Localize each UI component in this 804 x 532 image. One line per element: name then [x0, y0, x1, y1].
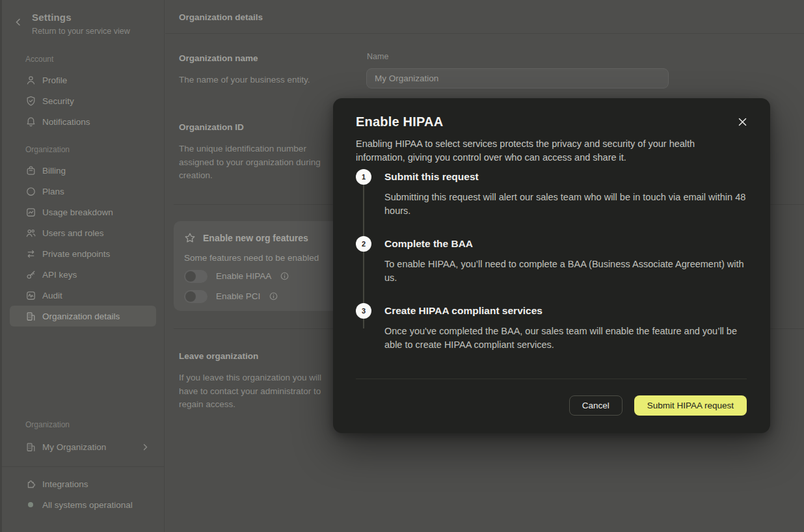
- sidebar-item-label: Private endpoints: [42, 249, 110, 259]
- sidebar-divider: [2, 466, 164, 467]
- circle-icon: [25, 186, 36, 197]
- org-name-label: Organization name: [179, 53, 348, 63]
- sidebar-item-usage-breakdown[interactable]: Usage breakdown: [10, 202, 156, 222]
- sidebar-item-security[interactable]: Security: [10, 90, 156, 111]
- sidebar-item-label: Organization details: [42, 312, 120, 321]
- sidebar-item-label: Audit: [42, 291, 62, 300]
- key-icon: [25, 269, 36, 280]
- sidebar-item-label: Notifications: [42, 117, 90, 127]
- enable-hipaa-toggle[interactable]: [184, 270, 208, 283]
- sidebar-subtitle: Return to your service view: [32, 27, 154, 36]
- bell-icon: [25, 116, 36, 127]
- sidebar-title: Settings: [32, 12, 154, 23]
- sidebar-item-plans[interactable]: Plans: [10, 181, 156, 202]
- sidebar-item-api-keys[interactable]: API keys: [10, 264, 156, 285]
- toggle-knob: [185, 291, 196, 302]
- org-switcher-label: My Organization: [42, 442, 106, 452]
- sidebar-item-label: Security: [42, 96, 74, 106]
- step-1: 1 Submit this request Submitting this re…: [356, 169, 747, 236]
- modal-intro: Enabling HIPAA to select services protec…: [356, 137, 746, 165]
- name-field-label: Name: [367, 52, 388, 61]
- sidebar-item-label: Usage breakdown: [42, 207, 113, 217]
- step-number-badge: 3: [356, 303, 371, 319]
- bag-icon: [25, 165, 36, 176]
- person-icon: [25, 75, 36, 86]
- sidebar-item-audit[interactable]: Audit: [10, 285, 156, 306]
- status-label: All systems operational: [42, 500, 133, 510]
- shield-icon: [25, 96, 36, 107]
- info-icon[interactable]: [269, 291, 278, 301]
- status-dot-icon: [28, 502, 33, 507]
- system-status[interactable]: All systems operational: [10, 494, 156, 515]
- sidebar-item-label: Integrations: [42, 479, 88, 489]
- toggle-label: Enable HIPAA: [216, 271, 271, 281]
- settings-sidebar: Settings Return to your service view Acc…: [0, 0, 165, 532]
- org-switcher[interactable]: My Organization: [10, 436, 156, 457]
- account-nav-group: Profile Security Notifications: [2, 70, 164, 132]
- sidebar-item-label: API keys: [42, 270, 77, 280]
- step-description: To enable HIPAA, you’ll need to complete…: [384, 258, 747, 285]
- card-title: Enable new org features: [203, 233, 308, 243]
- sidebar-item-profile[interactable]: Profile: [10, 70, 156, 90]
- content-header: Organization details: [165, 0, 804, 34]
- arrows-swap-icon: [25, 248, 36, 259]
- org-name-description: The name of your business entity.: [179, 73, 342, 87]
- sidebar-item-organization-details[interactable]: Organization details: [10, 306, 156, 326]
- cancel-button[interactable]: Cancel: [569, 395, 623, 416]
- step-3: 3 Create HIPAA compliant services Once y…: [356, 303, 747, 370]
- step-2: 2 Complete the BAA To enable HIPAA, you’…: [356, 236, 747, 303]
- sidebar-item-label: Users and roles: [42, 228, 104, 238]
- submit-hipaa-request-button[interactable]: Submit HIPAA request: [634, 395, 747, 416]
- step-title: Complete the BAA: [384, 236, 747, 252]
- modal-title: Enable HIPAA: [356, 114, 747, 129]
- sidebar-item-private-endpoints[interactable]: Private endpoints: [10, 243, 156, 264]
- section-label-organization: Organization: [2, 145, 164, 154]
- step-description: Once you've completed the BAA, our sales…: [384, 325, 747, 352]
- modal-footer: Cancel Submit HIPAA request: [356, 395, 747, 416]
- sidebar-item-label: Plans: [42, 187, 64, 196]
- leave-org-description: If you leave this organization you will …: [179, 371, 339, 412]
- section-label-account: Account: [2, 55, 164, 64]
- sidebar-item-billing[interactable]: Billing: [10, 160, 156, 181]
- modal-footer-divider: [356, 379, 747, 379]
- activity-icon: [25, 290, 36, 301]
- toggle-knob: [185, 271, 196, 282]
- step-number-badge: 2: [356, 236, 371, 252]
- organization-nav-group: Billing Plans Usage breakdown Users and …: [2, 160, 164, 326]
- sidebar-item-notifications[interactable]: Notifications: [10, 111, 156, 132]
- leave-org-label: Leave organization: [179, 351, 348, 361]
- step-description: Submitting this request will alert our s…: [384, 191, 747, 218]
- users-icon: [25, 228, 36, 239]
- puzzle-icon: [25, 479, 36, 490]
- building-icon: [25, 442, 36, 453]
- steps-list: 1 Submit this request Submitting this re…: [356, 169, 747, 370]
- sidebar-item-integrations[interactable]: Integrations: [10, 473, 156, 494]
- enable-hipaa-modal: Enable HIPAA Enabling HIPAA to select se…: [333, 98, 770, 433]
- sidebar-bottom: Organization My Organization Integration…: [2, 420, 164, 515]
- step-number-badge: 1: [356, 169, 371, 185]
- section-label-organization-switcher: Organization: [2, 420, 164, 429]
- enable-pci-toggle[interactable]: [184, 290, 208, 303]
- building-icon: [25, 311, 36, 322]
- org-id-label: Organization ID: [179, 122, 348, 132]
- chart-icon: [25, 207, 36, 218]
- chevron-right-icon: [142, 444, 148, 451]
- leave-org-section: Leave organization If you leave this org…: [179, 351, 348, 412]
- org-id-description: The unique identification number assigne…: [179, 142, 340, 183]
- org-name-input[interactable]: [366, 68, 669, 88]
- step-title: Create HIPAA compliant services: [384, 303, 747, 319]
- page-title: Organization details: [179, 12, 263, 22]
- org-name-section: Organization name The name of your busin…: [179, 53, 348, 87]
- step-title: Submit this request: [384, 169, 747, 185]
- star-icon: [184, 232, 196, 244]
- info-icon[interactable]: [280, 271, 289, 281]
- sidebar-item-label: Billing: [42, 166, 66, 176]
- toggle-label: Enable PCI: [216, 291, 260, 301]
- sidebar-item-users-and-roles[interactable]: Users and roles: [10, 222, 156, 243]
- org-id-section: Organization ID The unique identificatio…: [179, 122, 348, 183]
- close-icon[interactable]: [738, 118, 747, 126]
- sidebar-item-label: Profile: [42, 75, 67, 85]
- back-chevron-icon[interactable]: [15, 18, 21, 26]
- sidebar-header: Settings Return to your service view: [2, 0, 164, 36]
